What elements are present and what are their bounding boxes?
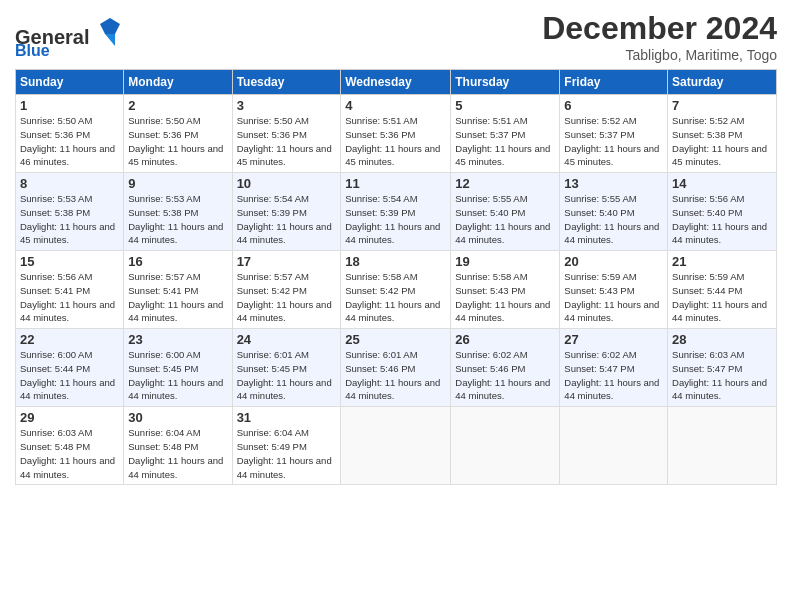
day-number: 29: [20, 410, 119, 425]
calendar-week-3: 15Sunrise: 5:56 AMSunset: 5:41 PMDayligh…: [16, 251, 777, 329]
day-number: 5: [455, 98, 555, 113]
calendar-cell: 30Sunrise: 6:04 AMSunset: 5:48 PMDayligh…: [124, 407, 232, 485]
day-number: 20: [564, 254, 663, 269]
column-header-monday: Monday: [124, 70, 232, 95]
day-info: Sunrise: 5:55 AMSunset: 5:40 PMDaylight:…: [455, 192, 555, 247]
calendar-cell: 17Sunrise: 5:57 AMSunset: 5:42 PMDayligh…: [232, 251, 341, 329]
day-info: Sunrise: 5:50 AMSunset: 5:36 PMDaylight:…: [128, 114, 227, 169]
calendar-cell: 28Sunrise: 6:03 AMSunset: 5:47 PMDayligh…: [668, 329, 777, 407]
day-info: Sunrise: 5:59 AMSunset: 5:43 PMDaylight:…: [564, 270, 663, 325]
calendar-cell: 25Sunrise: 6:01 AMSunset: 5:46 PMDayligh…: [341, 329, 451, 407]
day-number: 10: [237, 176, 337, 191]
day-number: 13: [564, 176, 663, 191]
calendar-cell: 23Sunrise: 6:00 AMSunset: 5:45 PMDayligh…: [124, 329, 232, 407]
day-info: Sunrise: 6:04 AMSunset: 5:49 PMDaylight:…: [237, 426, 337, 481]
logo: General Blue: [15, 16, 125, 60]
day-info: Sunrise: 5:52 AMSunset: 5:38 PMDaylight:…: [672, 114, 772, 169]
logo-general: General Blue: [15, 16, 125, 60]
calendar-cell: 16Sunrise: 5:57 AMSunset: 5:41 PMDayligh…: [124, 251, 232, 329]
calendar-cell: 9Sunrise: 5:53 AMSunset: 5:38 PMDaylight…: [124, 173, 232, 251]
day-info: Sunrise: 6:03 AMSunset: 5:48 PMDaylight:…: [20, 426, 119, 481]
day-info: Sunrise: 6:01 AMSunset: 5:46 PMDaylight:…: [345, 348, 446, 403]
day-info: Sunrise: 6:03 AMSunset: 5:47 PMDaylight:…: [672, 348, 772, 403]
day-number: 30: [128, 410, 227, 425]
day-info: Sunrise: 6:02 AMSunset: 5:46 PMDaylight:…: [455, 348, 555, 403]
day-number: 2: [128, 98, 227, 113]
day-number: 4: [345, 98, 446, 113]
calendar-cell: 14Sunrise: 5:56 AMSunset: 5:40 PMDayligh…: [668, 173, 777, 251]
svg-marker-2: [105, 34, 115, 46]
calendar-cell: 3Sunrise: 5:50 AMSunset: 5:36 PMDaylight…: [232, 95, 341, 173]
column-headers: SundayMondayTuesdayWednesdayThursdayFrid…: [16, 70, 777, 95]
day-number: 21: [672, 254, 772, 269]
day-info: Sunrise: 5:54 AMSunset: 5:39 PMDaylight:…: [237, 192, 337, 247]
calendar-week-2: 8Sunrise: 5:53 AMSunset: 5:38 PMDaylight…: [16, 173, 777, 251]
calendar-week-5: 29Sunrise: 6:03 AMSunset: 5:48 PMDayligh…: [16, 407, 777, 485]
day-info: Sunrise: 5:56 AMSunset: 5:41 PMDaylight:…: [20, 270, 119, 325]
calendar-cell: 31Sunrise: 6:04 AMSunset: 5:49 PMDayligh…: [232, 407, 341, 485]
calendar-cell: 29Sunrise: 6:03 AMSunset: 5:48 PMDayligh…: [16, 407, 124, 485]
calendar-cell: 21Sunrise: 5:59 AMSunset: 5:44 PMDayligh…: [668, 251, 777, 329]
day-number: 17: [237, 254, 337, 269]
day-number: 31: [237, 410, 337, 425]
calendar-cell: 15Sunrise: 5:56 AMSunset: 5:41 PMDayligh…: [16, 251, 124, 329]
day-number: 26: [455, 332, 555, 347]
header: General Blue December 2024 Tabligbo, Mar…: [15, 10, 777, 63]
calendar-cell: 22Sunrise: 6:00 AMSunset: 5:44 PMDayligh…: [16, 329, 124, 407]
calendar-week-4: 22Sunrise: 6:00 AMSunset: 5:44 PMDayligh…: [16, 329, 777, 407]
calendar-cell: 27Sunrise: 6:02 AMSunset: 5:47 PMDayligh…: [560, 329, 668, 407]
day-number: 27: [564, 332, 663, 347]
calendar-cell: [668, 407, 777, 485]
calendar-week-1: 1Sunrise: 5:50 AMSunset: 5:36 PMDaylight…: [16, 95, 777, 173]
calendar-cell: 6Sunrise: 5:52 AMSunset: 5:37 PMDaylight…: [560, 95, 668, 173]
day-number: 12: [455, 176, 555, 191]
calendar-cell: 19Sunrise: 5:58 AMSunset: 5:43 PMDayligh…: [451, 251, 560, 329]
day-info: Sunrise: 5:50 AMSunset: 5:36 PMDaylight:…: [20, 114, 119, 169]
day-info: Sunrise: 6:04 AMSunset: 5:48 PMDaylight:…: [128, 426, 227, 481]
day-number: 11: [345, 176, 446, 191]
column-header-thursday: Thursday: [451, 70, 560, 95]
day-info: Sunrise: 6:00 AMSunset: 5:44 PMDaylight:…: [20, 348, 119, 403]
calendar-cell: 26Sunrise: 6:02 AMSunset: 5:46 PMDayligh…: [451, 329, 560, 407]
day-info: Sunrise: 5:50 AMSunset: 5:36 PMDaylight:…: [237, 114, 337, 169]
day-info: Sunrise: 5:55 AMSunset: 5:40 PMDaylight:…: [564, 192, 663, 247]
location-title: Tabligbo, Maritime, Togo: [542, 47, 777, 63]
calendar-cell: [560, 407, 668, 485]
main-container: General Blue December 2024 Tabligbo, Mar…: [0, 0, 792, 495]
calendar-cell: 11Sunrise: 5:54 AMSunset: 5:39 PMDayligh…: [341, 173, 451, 251]
day-number: 16: [128, 254, 227, 269]
day-number: 9: [128, 176, 227, 191]
day-number: 15: [20, 254, 119, 269]
column-header-tuesday: Tuesday: [232, 70, 341, 95]
calendar-cell: 20Sunrise: 5:59 AMSunset: 5:43 PMDayligh…: [560, 251, 668, 329]
svg-marker-1: [100, 18, 120, 34]
day-info: Sunrise: 5:57 AMSunset: 5:41 PMDaylight:…: [128, 270, 227, 325]
day-number: 1: [20, 98, 119, 113]
svg-text:Blue: Blue: [15, 42, 50, 56]
day-info: Sunrise: 5:54 AMSunset: 5:39 PMDaylight:…: [345, 192, 446, 247]
day-info: Sunrise: 5:51 AMSunset: 5:37 PMDaylight:…: [455, 114, 555, 169]
day-number: 3: [237, 98, 337, 113]
day-number: 23: [128, 332, 227, 347]
calendar-cell: [451, 407, 560, 485]
day-number: 18: [345, 254, 446, 269]
day-info: Sunrise: 5:56 AMSunset: 5:40 PMDaylight:…: [672, 192, 772, 247]
calendar-cell: 4Sunrise: 5:51 AMSunset: 5:36 PMDaylight…: [341, 95, 451, 173]
column-header-sunday: Sunday: [16, 70, 124, 95]
title-area: December 2024 Tabligbo, Maritime, Togo: [542, 10, 777, 63]
day-number: 24: [237, 332, 337, 347]
day-number: 8: [20, 176, 119, 191]
column-header-saturday: Saturday: [668, 70, 777, 95]
column-header-wednesday: Wednesday: [341, 70, 451, 95]
day-info: Sunrise: 5:57 AMSunset: 5:42 PMDaylight:…: [237, 270, 337, 325]
day-info: Sunrise: 5:59 AMSunset: 5:44 PMDaylight:…: [672, 270, 772, 325]
day-info: Sunrise: 5:58 AMSunset: 5:42 PMDaylight:…: [345, 270, 446, 325]
calendar-cell: 8Sunrise: 5:53 AMSunset: 5:38 PMDaylight…: [16, 173, 124, 251]
day-number: 28: [672, 332, 772, 347]
calendar-cell: 18Sunrise: 5:58 AMSunset: 5:42 PMDayligh…: [341, 251, 451, 329]
day-number: 22: [20, 332, 119, 347]
calendar-cell: 13Sunrise: 5:55 AMSunset: 5:40 PMDayligh…: [560, 173, 668, 251]
day-number: 19: [455, 254, 555, 269]
day-info: Sunrise: 5:58 AMSunset: 5:43 PMDaylight:…: [455, 270, 555, 325]
day-info: Sunrise: 5:53 AMSunset: 5:38 PMDaylight:…: [128, 192, 227, 247]
